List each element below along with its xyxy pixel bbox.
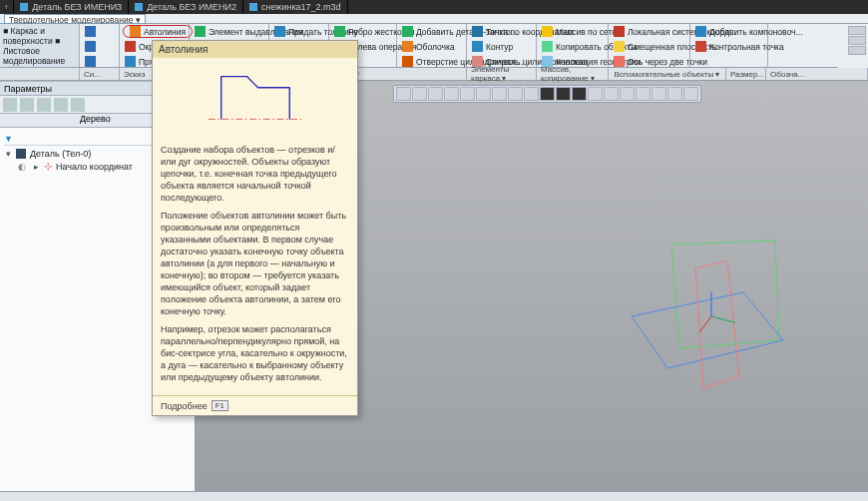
origin-icon: ⊹ <box>44 161 52 172</box>
rib-icon <box>334 26 345 37</box>
tooltip-paragraph: Создание набора объектов — отрезков и/ил… <box>161 144 349 204</box>
svg-marker-2 <box>695 260 739 388</box>
view-tool-icon[interactable] <box>428 87 443 101</box>
tool-icon[interactable] <box>54 98 68 112</box>
circle-icon <box>125 41 136 52</box>
rect-icon <box>125 56 136 67</box>
f1-key-icon: F1 <box>212 400 228 411</box>
view-tool-icon[interactable] <box>604 87 619 101</box>
shell-button[interactable]: Оболочка <box>400 40 457 53</box>
hole-icon <box>402 56 413 67</box>
part-icon <box>16 149 26 159</box>
mode-row: Твердотельное моделирование ▾ <box>0 14 868 24</box>
view-tool-icon[interactable] <box>476 87 491 101</box>
copy-icon <box>542 41 553 52</box>
autoline-button[interactable]: Автолиния <box>123 25 193 38</box>
document-tabs: + Деталь БЕЗ ИМЕНИ3 Деталь БЕЗ ИМЕНИ2 сн… <box>0 0 868 14</box>
tooltip-title: Автолиния <box>153 41 357 58</box>
modeling-modes-panel[interactable]: ■ Каркас и поверхности ■ Листовое модели… <box>0 24 80 67</box>
tooltip-footer: Подробнее F1 <box>153 395 357 415</box>
tool-icon[interactable] <box>37 98 51 112</box>
expand-icon[interactable]: ▸ <box>32 162 40 172</box>
save-icon <box>85 26 96 37</box>
tool-icon[interactable] <box>20 98 34 112</box>
save-icon <box>85 41 96 52</box>
comp-icon <box>695 26 706 37</box>
view-tool-icon[interactable] <box>683 87 698 101</box>
axis-icon <box>614 56 625 67</box>
view-tool-icon[interactable] <box>396 87 411 101</box>
overflow-icon[interactable] <box>848 26 866 35</box>
tool-icon[interactable] <box>71 98 85 112</box>
contour-icon <box>472 41 483 52</box>
tooltip-body: Создание набора объектов — отрезков и/ил… <box>153 138 357 395</box>
ribbon-overflow[interactable] <box>838 24 868 68</box>
eye-icon[interactable]: ◐ <box>18 162 28 172</box>
group-label: Размер... <box>726 68 766 80</box>
autoline-tooltip: Автолиния Создание набора объектов — отр… <box>152 40 358 416</box>
save-button[interactable] <box>83 25 98 38</box>
view-tool-icon[interactable] <box>508 87 523 101</box>
group-label: Си... <box>80 68 120 80</box>
view-tool-icon[interactable] <box>540 87 555 101</box>
ctrl-icon <box>695 41 706 52</box>
group-label[interactable]: Элементы каркаса ▾ <box>467 68 537 80</box>
svg-marker-0 <box>671 241 779 348</box>
autoline-icon <box>130 26 141 37</box>
view-tool-icon[interactable] <box>412 87 427 101</box>
coordinate-planes <box>624 237 783 396</box>
extrude-icon <box>195 26 206 37</box>
view-tool-icon[interactable] <box>636 87 651 101</box>
svg-line-5 <box>699 316 711 332</box>
view-tool-icon[interactable] <box>492 87 507 101</box>
group-label[interactable]: Вспомогательные объекты ▾ <box>609 68 726 80</box>
doc-icon <box>249 3 257 11</box>
add-component-button[interactable]: Добавить компоновоч... <box>693 25 805 38</box>
print-icon <box>85 56 96 67</box>
ribbon-group-labels: Си... Эскиз Элементы тела ▾ Элементы кар… <box>0 68 868 81</box>
save-as-button[interactable] <box>83 40 98 53</box>
view-tool-icon[interactable] <box>667 87 682 101</box>
new-tab-button[interactable]: + <box>0 0 14 14</box>
grid-icon <box>542 26 553 37</box>
view-tool-icon[interactable] <box>556 87 571 101</box>
document-tab[interactable]: Деталь БЕЗ ИМЕНИ3 <box>14 0 129 14</box>
document-tab[interactable]: снежинка17_2.m3d <box>243 0 348 14</box>
collapse-icon[interactable]: ▾ <box>4 149 12 159</box>
document-tab[interactable]: Деталь БЕЗ ИМЕНИ2 <box>129 0 243 14</box>
group-label[interactable]: Массив, копирование ▾ <box>537 68 609 80</box>
tool-icon[interactable] <box>3 98 17 112</box>
tooltip-paragraph: Например, отрезок может располагаться па… <box>161 323 349 383</box>
thickness-icon <box>274 26 285 37</box>
lcs-icon <box>614 26 625 37</box>
mode-solid-dropdown[interactable]: Твердотельное моделирование ▾ <box>4 14 146 24</box>
plane-icon <box>614 41 625 52</box>
view-tool-icon[interactable] <box>524 87 539 101</box>
svg-marker-1 <box>632 292 783 368</box>
main-area: Параметры Дерево ▼ ▾ Деталь (Тел-0) ◐ ▸ … <box>0 82 868 491</box>
control-point-button[interactable]: Контрольная точка <box>693 40 786 53</box>
view-tool-icon[interactable] <box>572 87 587 101</box>
point-icon <box>472 26 483 37</box>
view-tool-icon[interactable] <box>444 87 459 101</box>
svg-line-4 <box>711 316 735 322</box>
addpart-icon <box>402 26 413 37</box>
shell-icon <box>402 41 413 52</box>
status-bar <box>0 491 868 501</box>
view-tool-icon[interactable] <box>651 87 666 101</box>
contour-button[interactable]: Контур <box>470 40 515 53</box>
view-tool-icon[interactable] <box>620 87 635 101</box>
print-button[interactable] <box>83 55 98 68</box>
view-tool-icon[interactable] <box>460 87 475 101</box>
doc-icon <box>135 3 143 11</box>
doc-icon <box>20 3 28 11</box>
tooltip-more-label: Подробнее <box>161 401 208 411</box>
overflow-icon[interactable] <box>848 36 866 45</box>
group-label: Обозна... <box>766 68 868 80</box>
ribbon: ■ Каркас и поверхности ■ Листовое модели… <box>0 24 868 68</box>
tooltip-illustration <box>153 58 357 138</box>
view-toolbar <box>393 85 701 103</box>
overflow-icon[interactable] <box>848 46 866 55</box>
tooltip-paragraph: Положение объектов автолинии может быть … <box>161 210 349 317</box>
view-tool-icon[interactable] <box>588 87 603 101</box>
